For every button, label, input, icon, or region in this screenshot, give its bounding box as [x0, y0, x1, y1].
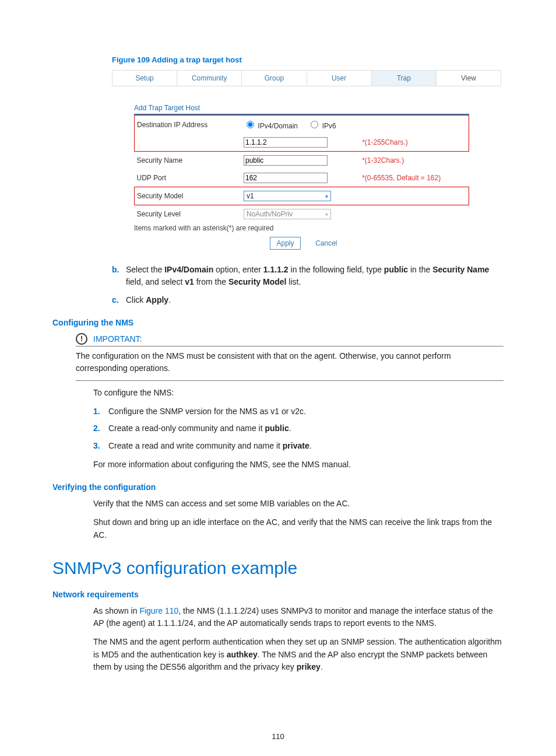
heading-network-requirements: Network requirements: [52, 590, 504, 599]
label-udp-port: UDP Port: [135, 169, 242, 187]
nms-more-info: For more information about configuring t…: [93, 459, 504, 471]
instruction-list: b. Select the IPv4/Domain option, enter …: [112, 264, 504, 306]
important-body: The configuration on the NMS must be con…: [76, 346, 504, 381]
input-dest-ip[interactable]: [244, 137, 328, 148]
input-security-name[interactable]: [244, 155, 328, 166]
input-udp-port[interactable]: [244, 173, 328, 183]
hint-dest-ip: *(1-255Chars.): [362, 138, 408, 146]
radio-ipv4-domain[interactable]: IPv4/Domain: [244, 122, 300, 130]
label-dest-ip: Destination IP Address: [135, 116, 242, 134]
netreq-p1: As shown in Figure 110, the NMS (1.1.1.2…: [93, 605, 504, 630]
tab-user[interactable]: User: [307, 71, 372, 86]
form-table: Destination IP Address IPv4/Domain IPv6: [134, 115, 469, 223]
radio-ipv6-input[interactable]: [311, 121, 318, 128]
step-b-text: Select the IPv4/Domain option, enter 1.1…: [126, 264, 504, 288]
tab-trap[interactable]: Trap: [372, 71, 437, 86]
important-box: ! IMPORTANT: The configuration on the NM…: [76, 333, 504, 381]
step-c-text: Click Apply.: [126, 294, 504, 306]
nms-step-3-text: Create a read and write community and na…: [108, 440, 312, 453]
label-security-level: Security Level: [135, 205, 242, 223]
required-note: Items marked with an asterisk(*) are req…: [134, 223, 501, 232]
chevron-down-icon: ▾: [325, 193, 328, 200]
nms-step-1-text: Configure the SNMP version for the NMS a…: [108, 405, 306, 418]
step-b-bullet: b.: [112, 264, 126, 288]
nms-step-1-num: 1.: [93, 405, 108, 418]
radio-ipv4-input[interactable]: [247, 121, 254, 128]
screenshot-region: Setup Community Group User Trap View Add…: [112, 70, 501, 250]
apply-button[interactable]: Apply: [270, 237, 300, 250]
verify-text-1: Verify that the NMS can access and set s…: [93, 498, 504, 510]
important-label: IMPORTANT:: [93, 334, 142, 344]
verify-text-2: Shut down and bring up an idle interface…: [93, 516, 504, 541]
tab-bar: Setup Community Group User Trap View: [112, 70, 501, 86]
select-security-level: NoAuth/NoPriv ▾: [244, 209, 331, 219]
figure-title: Figure 109 Adding a trap target host: [52, 55, 504, 64]
nms-step-2-text: Create a read-only community and name it…: [108, 422, 291, 435]
select-security-model[interactable]: v1 ▾: [244, 191, 331, 201]
tab-view[interactable]: View: [437, 71, 501, 86]
tab-setup[interactable]: Setup: [112, 71, 177, 86]
hint-udp-port: *(0-65535, Default = 162): [362, 174, 441, 182]
heading-snmpv3-example: SNMPv3 configuration example: [52, 558, 504, 578]
radio-ipv6-label: IPv6: [322, 122, 336, 130]
label-security-name: Security Name: [135, 152, 242, 170]
nms-intro: To configure the NMS:: [93, 387, 504, 400]
heading-configuring-nms: Configuring the NMS: [52, 318, 504, 327]
form-header: Add Trap Target Host: [134, 104, 469, 115]
select-security-level-value: NoAuth/NoPriv: [247, 210, 293, 218]
tab-group[interactable]: Group: [242, 71, 307, 86]
figure-110-link[interactable]: Figure 110: [139, 606, 178, 615]
tab-community[interactable]: Community: [177, 71, 242, 86]
page-number: 110: [0, 732, 556, 741]
radio-ipv4-label: IPv4/Domain: [258, 122, 298, 130]
label-security-model: Security Model: [135, 187, 242, 205]
select-security-model-value: v1: [247, 192, 254, 200]
cancel-button[interactable]: Cancel: [309, 237, 343, 249]
nms-step-2-num: 2.: [93, 422, 108, 435]
nms-step-3-num: 3.: [93, 440, 108, 453]
important-icon: !: [76, 333, 87, 345]
button-row: Apply Cancel: [112, 237, 501, 250]
netreq-p2: The NMS and the agent perform authentica…: [93, 636, 504, 674]
chevron-down-icon: ▾: [325, 211, 328, 218]
nms-steps: 1. Configure the SNMP version for the NM…: [93, 405, 504, 453]
heading-verifying: Verifying the configuration: [52, 482, 504, 492]
radio-ipv6[interactable]: IPv6: [308, 122, 336, 130]
hint-security-name: *(1-32Chars.): [362, 156, 404, 164]
step-c-bullet: c.: [112, 294, 126, 306]
